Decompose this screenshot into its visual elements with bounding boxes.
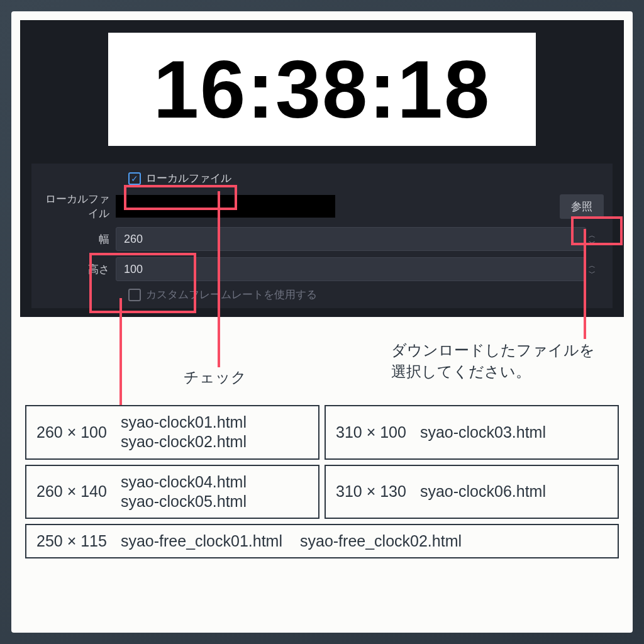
connector-line: [584, 229, 586, 339]
size-file-name: syao-clock06.html: [420, 482, 546, 501]
size-row: 260 × 100syao-clock01.htmlsyao-clock02.h…: [25, 405, 619, 460]
local-file-path-input[interactable]: [116, 195, 335, 218]
size-row: 250 × 115syao-free_clock01.htmlsyao-free…: [25, 524, 619, 558]
settings-area: ✓ ローカルファイル ローカルファイル 参照 幅 ︿ ﹀ 高さ: [31, 164, 613, 308]
chevron-down-icon[interactable]: ﹀: [589, 270, 604, 276]
size-dimension: 310 × 100: [336, 423, 406, 441]
size-dimension: 260 × 140: [36, 482, 107, 501]
height-input[interactable]: [116, 257, 586, 281]
size-row: 260 × 140syao-clock04.htmlsyao-clock05.h…: [25, 465, 619, 519]
size-files: syao-free_clock01.htmlsyao-free_clock02.…: [121, 531, 462, 551]
height-stepper[interactable]: ︿ ﹀: [589, 262, 604, 276]
width-stepper[interactable]: ︿ ﹀: [589, 232, 604, 246]
width-label: 幅: [40, 232, 116, 247]
size-cell: 310 × 100syao-clock03.html: [325, 405, 619, 460]
custom-framerate-checkbox[interactable]: [128, 289, 141, 301]
size-file-name: syao-clock01.html: [121, 413, 247, 432]
browse-button[interactable]: 参照: [560, 194, 604, 219]
chevron-up-icon[interactable]: ︿: [589, 262, 604, 269]
size-file-name: syao-free_clock01.html: [121, 531, 282, 551]
size-dimension: 250 × 115: [36, 532, 107, 550]
size-files: syao-clock01.htmlsyao-clock02.html: [121, 413, 247, 452]
size-files: syao-clock03.html: [420, 423, 546, 442]
local-file-checkbox-label: ローカルファイル: [146, 171, 231, 186]
size-cell: 250 × 115syao-free_clock01.htmlsyao-free…: [25, 524, 619, 558]
size-cell: 260 × 100syao-clock01.htmlsyao-clock02.h…: [25, 405, 319, 460]
main-card: 16:38:18 ✓ ローカルファイル ローカルファイル 参照 幅 ︿ ﹀: [11, 11, 633, 633]
local-file-checkbox[interactable]: ✓: [128, 172, 141, 185]
annotation-download: ダウンロードしたファイルを 選択してください。: [391, 340, 595, 382]
size-files: syao-clock06.html: [420, 482, 546, 501]
size-file-name: syao-clock03.html: [420, 423, 546, 442]
size-files: syao-clock04.htmlsyao-clock05.html: [121, 472, 247, 512]
size-table: 260 × 100syao-clock01.htmlsyao-clock02.h…: [25, 405, 619, 558]
chevron-down-icon[interactable]: ﹀: [589, 240, 604, 246]
settings-panel: 16:38:18 ✓ ローカルファイル ローカルファイル 参照 幅 ︿ ﹀: [20, 20, 624, 317]
size-file-name: syao-free_clock02.html: [300, 531, 462, 551]
size-cell: 260 × 140syao-clock04.htmlsyao-clock05.h…: [25, 465, 319, 519]
size-file-name: syao-clock04.html: [121, 472, 247, 492]
size-file-name: syao-clock02.html: [121, 432, 247, 452]
local-file-field-label: ローカルファイル: [40, 192, 116, 221]
custom-framerate-label: カスタムフレームレートを使用する: [146, 287, 317, 302]
size-dimension: 310 × 130: [336, 482, 406, 501]
size-dimension: 260 × 100: [36, 423, 107, 441]
width-input[interactable]: [116, 227, 586, 251]
connector-line: [218, 191, 220, 367]
chevron-up-icon[interactable]: ︿: [589, 232, 604, 238]
connector-line: [119, 298, 122, 405]
clock-display: 16:38:18: [108, 33, 536, 146]
height-label: 高さ: [40, 262, 116, 277]
annotations-area: チェック ダウンロードしたファイルを 選択してください。 260 × 100sy…: [20, 317, 624, 624]
size-cell: 310 × 130syao-clock06.html: [325, 465, 619, 519]
annotation-check: チェック: [184, 367, 247, 387]
size-file-name: syao-clock05.html: [121, 492, 247, 511]
